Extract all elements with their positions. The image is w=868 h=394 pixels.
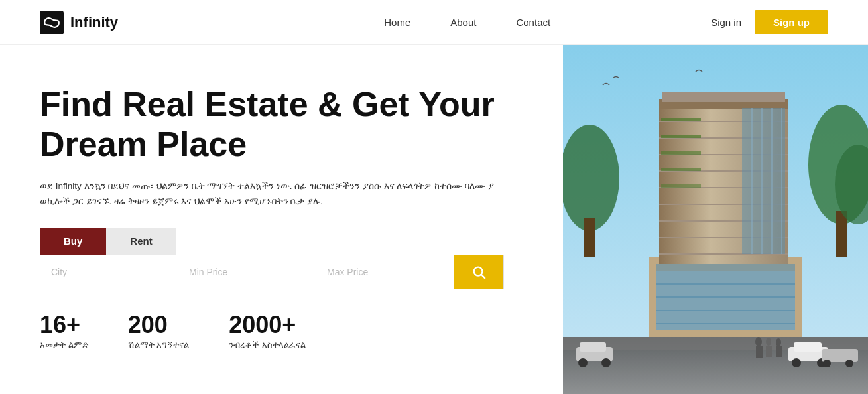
stat-experience-number: 16+ [40, 313, 88, 337]
svg-point-43 [601, 358, 611, 367]
svg-rect-0 [40, 11, 64, 34]
logo-area: Infinity [40, 11, 118, 34]
tab-buy[interactable]: Buy [40, 228, 106, 255]
stats-row: 16+ አመታት ልምድ 200 ሽልማት አግኝተናል 2000+ ንብረቶች… [40, 313, 523, 350]
svg-rect-23 [661, 118, 701, 121]
hero-subtitle: ወደ Infinity እንኳን በደህና መጡ፣ ህልምዎን ቤት ማግኘት … [40, 179, 504, 210]
tab-rent[interactable]: Rent [106, 228, 176, 255]
svg-line-2 [481, 275, 485, 279]
header-actions: Sign in Sign up [711, 10, 828, 34]
stat-awards: 200 ሽልማት አግኝተናል [128, 313, 190, 350]
nav-about[interactable]: About [450, 17, 476, 28]
sign-in-button[interactable]: Sign in [711, 17, 741, 28]
svg-rect-7 [836, 211, 847, 257]
svg-rect-24 [661, 135, 701, 138]
logo-icon [40, 11, 64, 34]
svg-rect-41 [580, 342, 606, 352]
hero-title: Find Real Estate & Get Your Dream Place [40, 85, 523, 164]
main-container: Find Real Estate & Get Your Dream Place … [0, 45, 868, 394]
main-nav: Home About Contact [384, 17, 550, 28]
svg-point-46 [792, 358, 801, 367]
sign-up-button[interactable]: Sign up [755, 10, 828, 34]
tab-bar: Buy Rent [40, 228, 523, 255]
svg-point-42 [578, 358, 588, 367]
header: Infinity Home About Contact Sign in Sign… [0, 0, 868, 45]
stat-experience: 16+ አመታት ልምድ [40, 313, 88, 350]
svg-rect-54 [766, 346, 772, 357]
stat-properties-label: ንብረቶች አስተላልፈናል [229, 340, 306, 350]
svg-point-51 [755, 337, 762, 346]
building-scene [563, 45, 868, 394]
svg-point-50 [845, 360, 853, 367]
svg-rect-27 [661, 184, 701, 188]
svg-point-55 [776, 338, 781, 346]
search-bar [40, 255, 504, 289]
svg-rect-28 [742, 108, 785, 254]
svg-rect-5 [584, 218, 595, 257]
min-price-input[interactable] [178, 255, 316, 289]
hero-image [563, 45, 868, 394]
svg-rect-52 [756, 346, 763, 358]
stat-awards-label: ሽልማት አግኝተናል [128, 340, 190, 350]
logo-text: Infinity [70, 14, 118, 31]
svg-rect-56 [776, 346, 782, 357]
svg-point-53 [766, 338, 771, 346]
stat-awards-number: 200 [128, 313, 190, 337]
svg-rect-45 [794, 342, 822, 352]
svg-point-49 [823, 360, 831, 367]
max-price-input[interactable] [316, 255, 454, 289]
nav-contact[interactable]: Contact [516, 17, 550, 28]
city-input[interactable] [40, 255, 178, 289]
svg-rect-25 [661, 151, 701, 155]
search-button[interactable] [454, 255, 503, 289]
svg-rect-13 [662, 92, 785, 102]
nav-home[interactable]: Home [384, 17, 410, 28]
stat-experience-label: አመታት ልምድ [40, 340, 88, 350]
stat-properties-number: 2000+ [229, 313, 306, 337]
left-content: Find Real Estate & Get Your Dream Place … [0, 45, 563, 377]
svg-rect-33 [656, 271, 795, 330]
svg-rect-26 [661, 168, 701, 171]
stat-properties: 2000+ ንብረቶች አስተላልፈናል [229, 313, 306, 350]
search-icon [471, 265, 486, 279]
